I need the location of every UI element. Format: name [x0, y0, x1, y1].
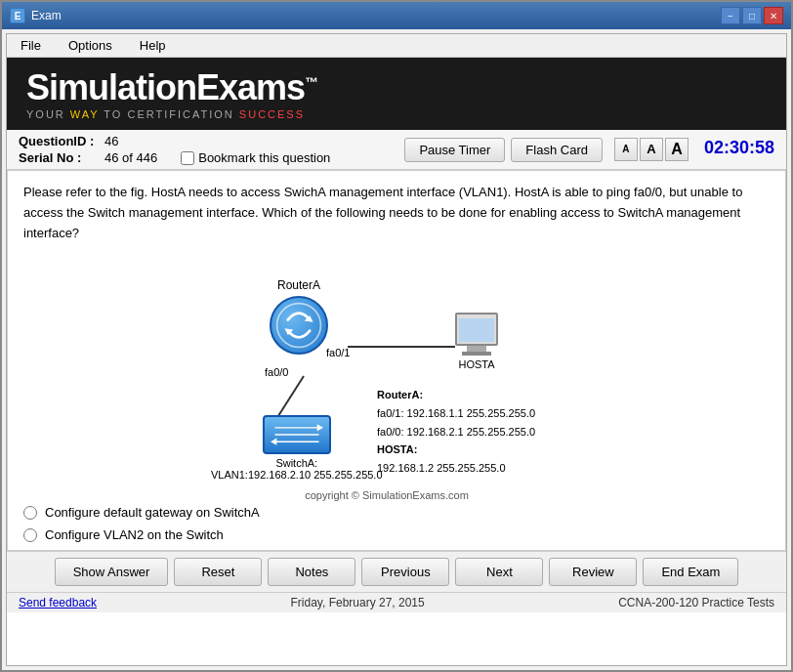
svg-marker-3 [305, 315, 313, 322]
logo-area: SimulationExams™ YOUR WAY TO CERTIFICATI… [7, 58, 786, 130]
svg-marker-9 [271, 439, 276, 445]
notes-button[interactable]: Notes [268, 558, 355, 586]
status-date: Friday, February 27, 2015 [291, 596, 425, 609]
fa01-label: fa0/1 [326, 347, 350, 358]
timer-display: 02:30:58 [704, 138, 774, 158]
option-row-1: Configure default gateway on SwitchA [23, 505, 750, 520]
logo-tm: ™ [305, 74, 317, 90]
send-feedback-link[interactable]: Send feedback [19, 596, 97, 609]
status-exam: CCNA-200-120 Practice Tests [618, 596, 774, 609]
question-id-value: 46 [104, 134, 118, 148]
info-bar: QuestionID : 46 Serial No : 46 of 446 Bo… [7, 130, 786, 170]
switch-shape [263, 415, 331, 454]
minimize-button[interactable]: − [721, 7, 740, 24]
close-button[interactable]: ✕ [764, 7, 783, 24]
flash-card-button[interactable]: Flash Card [511, 138, 603, 162]
logo-tagline: YOUR WAY TO CERTIFICATION SUCCESS [26, 108, 305, 120]
header-buttons: Pause Timer Flash Card A A A 02:30:58 [404, 138, 774, 162]
router-icon: RouterA fa0/1 [270, 278, 328, 355]
info-router-title: RouterA: [377, 386, 535, 404]
pause-timer-button[interactable]: Pause Timer [404, 138, 505, 162]
content-area[interactable]: Please refer to the fig. HostA needs to … [7, 170, 786, 551]
end-exam-button[interactable]: End Exam [643, 558, 738, 586]
menu-file[interactable]: File [15, 36, 47, 55]
monitor-base [462, 352, 491, 356]
switch-label: SwitchA: [275, 457, 317, 469]
hosta-label: HOSTA [458, 358, 494, 370]
router-label: RouterA [277, 278, 320, 292]
bookmark-checkbox[interactable] [181, 151, 194, 165]
option-label-3: Use roll-over cable instead of Ethernet … [45, 550, 413, 551]
monitor-screen [459, 318, 494, 342]
svg-marker-8 [316, 425, 322, 432]
show-answer-button[interactable]: Show Answer [55, 558, 169, 586]
font-large-button[interactable]: A [665, 138, 689, 161]
option-radio-1[interactable] [23, 506, 37, 520]
next-button[interactable]: Next [455, 558, 543, 586]
info-fa01: fa0/1: 192.168.1.1 255.255.255.0 [377, 404, 535, 423]
menu-bar: File Options Help [7, 34, 786, 58]
font-small-button[interactable]: A [614, 138, 638, 161]
logo-success: SUCCESS [239, 108, 305, 120]
question-info: QuestionID : 46 Serial No : 46 of 446 Bo… [19, 134, 396, 165]
font-medium-button[interactable]: A [640, 138, 663, 161]
app-window: E Exam − □ ✕ File Options Help Simulatio… [0, 0, 793, 672]
info-box: RouterA: fa0/1: 192.168.1.1 255.255.255.… [377, 386, 535, 477]
status-bar: Send feedback Friday, February 27, 2015 … [7, 592, 786, 612]
question-id-row: QuestionID : 46 [19, 134, 396, 148]
previous-button[interactable]: Previous [361, 558, 449, 586]
option-row-3: Use roll-over cable instead of Ethernet … [23, 550, 750, 551]
logo-text: SimulationExams™ [26, 67, 317, 108]
info-fa00: fa0/0: 192.168.2.1 255.255.255.0 [377, 423, 535, 441]
option-label-1: Configure default gateway on SwitchA [45, 505, 260, 520]
option-row-2: Configure VLAN2 on the Switch [23, 527, 750, 542]
option-radio-2[interactable] [23, 528, 37, 542]
computer-icon: HOSTA [455, 313, 498, 370]
logo-way: WAY [70, 108, 100, 120]
info-hosta-ip: 192.168.1.2 255.255.255.0 [377, 459, 535, 478]
logo-brand: SimulationExams [26, 67, 305, 107]
font-size-buttons: A A A [614, 138, 689, 161]
maximize-button[interactable]: □ [742, 7, 762, 24]
question-text: Please refer to the fig. HostA needs to … [23, 183, 770, 243]
menu-help[interactable]: Help [134, 36, 172, 55]
bookmark-label: Bookmark this question [198, 150, 330, 165]
switch-icon: SwitchA: VLAN1:192.168.2.10 255.255.255.… [211, 415, 383, 481]
main-frame: File Options Help SimulationExams™ YOUR … [6, 33, 787, 666]
menu-options[interactable]: Options [63, 36, 118, 55]
router-shape [270, 296, 328, 355]
options-area: Configure default gateway on SwitchA Con… [23, 505, 770, 551]
serial-row: Serial No : 46 of 446 Bookmark this ques… [19, 150, 396, 165]
title-bar: E Exam − □ ✕ [2, 2, 791, 29]
reset-button[interactable]: Reset [174, 558, 262, 586]
network-diagram: RouterA fa0/1 [23, 259, 770, 474]
monitor-shape [455, 313, 498, 346]
diagram-inner: RouterA fa0/1 [152, 259, 621, 474]
bottom-bar: Show Answer Reset Notes Previous Next Re… [7, 551, 786, 592]
svg-point-2 [277, 304, 321, 348]
fa00-label: fa0/0 [265, 366, 288, 378]
option-label-2: Configure VLAN2 on the Switch [45, 527, 224, 542]
question-id-label: QuestionID : [19, 134, 97, 148]
svg-marker-4 [284, 329, 293, 336]
review-button[interactable]: Review [549, 558, 637, 586]
copyright-text: copyright © SimulationExams.com [23, 489, 770, 501]
info-hosta-title: HOSTA: [377, 441, 535, 459]
window-title: Exam [31, 9, 721, 22]
app-icon: E [10, 8, 25, 23]
serial-label: Serial No : [19, 150, 97, 165]
window-controls: − □ ✕ [721, 7, 783, 24]
switch-vlan: VLAN1:192.168.2.10 255.255.255.0 [211, 469, 383, 481]
serial-value: 46 of 446 [104, 150, 157, 165]
